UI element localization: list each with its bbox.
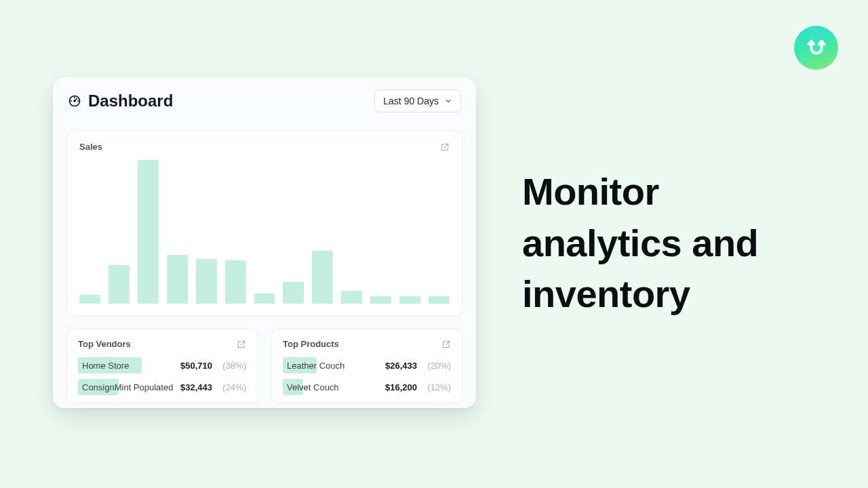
- row-name: Velvet Couch: [287, 382, 339, 392]
- sales-bar-chart: [79, 160, 450, 304]
- date-range-label: Last 90 Days: [383, 96, 439, 106]
- sales-panel-title: Sales: [79, 142, 102, 152]
- row-percent: (20%): [424, 361, 451, 371]
- chart-bar: [254, 293, 275, 304]
- chart-bar: [312, 251, 333, 304]
- chart-bar: [79, 295, 100, 304]
- row-amount: $32,443: [180, 382, 212, 392]
- chart-bar: [429, 296, 450, 304]
- row-name: Leather Couch: [287, 361, 344, 371]
- dashboard-header: Dashboard Last 90 Days: [53, 77, 476, 119]
- chart-bar: [283, 282, 304, 304]
- chevron-down-icon: [444, 97, 452, 105]
- list-item[interactable]: Home Store$50,710(38%): [78, 356, 246, 375]
- chart-bar: [370, 296, 391, 304]
- top-vendors-list: Home Store$50,710(38%)ConsignMint Popula…: [78, 356, 246, 396]
- row-amount: $16,200: [385, 382, 417, 392]
- gauge-icon: [68, 94, 81, 108]
- row-name: Home Store: [82, 361, 129, 371]
- chart-bar: [399, 296, 420, 304]
- sales-panel: Sales: [66, 130, 462, 317]
- top-products-list: Leather Couch$26,433(20%)Velvet Couch$16…: [283, 356, 451, 396]
- row-amount: $26,433: [385, 361, 417, 371]
- page-title: Dashboard: [88, 92, 173, 110]
- list-item[interactable]: Leather Couch$26,433(20%): [283, 356, 451, 375]
- external-link-icon[interactable]: [441, 340, 451, 349]
- brand-logo: [794, 26, 838, 70]
- row-amount: $50,710: [180, 361, 212, 371]
- top-vendors-panel: Top Vendors Home Store$50,710(38%)Consig…: [66, 329, 258, 404]
- top-vendors-title: Top Vendors: [78, 339, 131, 349]
- chart-bar: [167, 255, 188, 304]
- chart-bar: [341, 291, 362, 304]
- row-percent: (12%): [424, 382, 451, 392]
- svg-point-1: [74, 100, 75, 102]
- row-percent: (38%): [219, 361, 246, 371]
- row-name: ConsignMint Populated: [82, 382, 173, 392]
- external-link-icon[interactable]: [440, 142, 450, 152]
- list-item[interactable]: ConsignMint Populated$32,443(24%): [78, 378, 246, 396]
- chart-bar: [138, 160, 159, 304]
- date-range-dropdown[interactable]: Last 90 Days: [374, 89, 461, 113]
- top-products-panel: Top Products Leather Couch$26,433(20%)Ve…: [271, 329, 462, 404]
- external-link-icon[interactable]: [237, 340, 246, 349]
- top-products-title: Top Products: [283, 339, 339, 349]
- list-item[interactable]: Velvet Couch$16,200(12%): [283, 378, 451, 396]
- chart-bar: [108, 265, 130, 304]
- row-percent: (24%): [219, 382, 246, 392]
- marketing-headline: Monitor analytics and inventory: [522, 166, 827, 320]
- logo-icon: [804, 35, 829, 61]
- chart-bar: [196, 259, 217, 304]
- dashboard-card: Dashboard Last 90 Days Sales Top Vendors…: [53, 77, 476, 408]
- chart-bar: [225, 260, 246, 304]
